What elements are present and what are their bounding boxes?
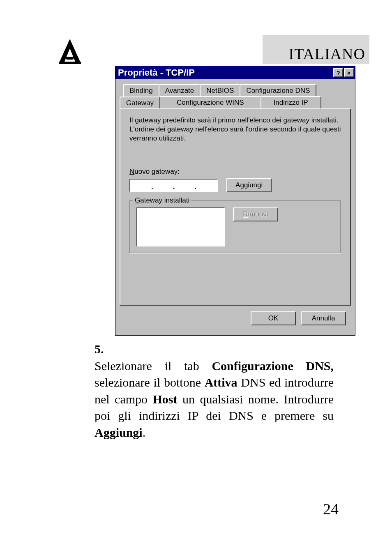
gateway-installati-label: Gateway installati	[133, 196, 191, 205]
ip-segment-3[interactable]	[175, 180, 194, 191]
logo-icon	[55, 37, 84, 66]
tab-configurazione-wins[interactable]: Configurazione WINS	[159, 96, 261, 109]
close-button[interactable]: ×	[344, 68, 354, 77]
instruction-body: Selezionare il tab Configurazione DNS, s…	[95, 358, 334, 441]
ip-segment-1[interactable]	[131, 180, 151, 191]
ok-button[interactable]: OK	[251, 311, 296, 325]
ip-segment-2[interactable]	[153, 180, 173, 191]
ip-dot: .	[173, 183, 175, 191]
language-label: ITALIANO	[289, 45, 365, 63]
tcpip-properties-dialog: Proprietà - TCP/IP ? × Binding Avanzate …	[115, 66, 355, 336]
dialog-footer: OK Annulla	[120, 306, 351, 331]
instruction-step-5: 5. Selezionare il tab Configurazione DNS…	[95, 341, 355, 441]
ip-dot: .	[151, 183, 153, 191]
ip-dot: .	[194, 183, 196, 191]
tab-content-gateway: Il gateway predefinito sarà il primo nel…	[120, 108, 351, 306]
ip-segment-4[interactable]	[196, 180, 216, 191]
instruction-number: 5.	[95, 341, 114, 358]
ip-input-group: . . .	[129, 179, 218, 192]
nuovo-gateway-accel: N	[129, 168, 134, 175]
tab-row-back: Binding Avanzate NetBIOS Configurazione …	[123, 84, 351, 97]
gateway-installati-group: Gateway installati Rimuovi	[129, 200, 341, 253]
gateway-installati-row: Rimuovi	[136, 207, 334, 246]
tab-netbios[interactable]: NetBIOS	[200, 84, 240, 97]
help-button[interactable]: ?	[333, 68, 343, 77]
tab-avanzate[interactable]: Avanzate	[159, 84, 201, 97]
tab-configurazione-dns[interactable]: Configurazione DNS	[240, 84, 316, 97]
tab-row-front: Gateway Configurazione WINS Indirizzo IP	[120, 96, 351, 109]
nuovo-gateway-row: . . . Aggiungi	[129, 178, 341, 192]
tabs: Binding Avanzate NetBIOS Configurazione …	[120, 84, 351, 109]
language-header: ITALIANO	[263, 35, 369, 64]
dialog-title: Proprietà - TCP/IP	[118, 67, 195, 78]
page-number: 24	[323, 500, 339, 518]
gateway-description: Il gateway predefinito sarà il primo nel…	[129, 116, 341, 143]
svg-rect-0	[59, 62, 81, 64]
rimuovi-button[interactable]: Rimuovi	[233, 207, 278, 221]
titlebar: Proprietà - TCP/IP ? ×	[115, 66, 355, 79]
tab-gateway[interactable]: Gateway	[120, 97, 160, 110]
gateway-listbox[interactable]	[136, 207, 225, 246]
aggiungi-button[interactable]: Aggiungi	[226, 178, 272, 192]
dialog-body: Binding Avanzate NetBIOS Configurazione …	[115, 79, 355, 335]
tab-binding[interactable]: Binding	[123, 84, 159, 97]
tab-indirizzo-ip[interactable]: Indirizzo IP	[261, 96, 321, 109]
annulla-button[interactable]: Annulla	[301, 311, 346, 325]
nuovo-gateway-rest: uovo gateway:	[134, 168, 180, 175]
nuovo-gateway-label: Nuovo gateway:	[129, 168, 341, 176]
titlebar-buttons: ? ×	[333, 68, 354, 77]
